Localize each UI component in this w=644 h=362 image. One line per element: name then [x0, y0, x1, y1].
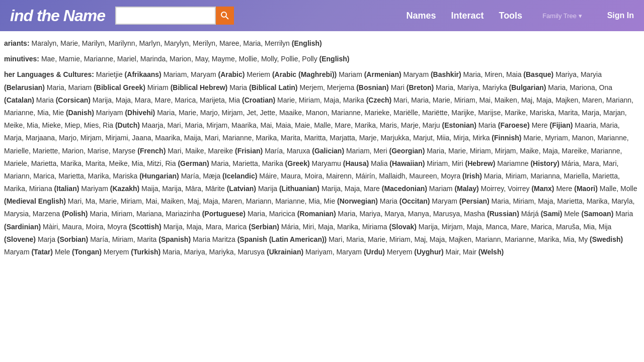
other-label: her Languages & Cultures: [4, 70, 94, 78]
lang-label: (Hawaiian) [389, 159, 425, 167]
lang-names: Moirrey, Voirrey [481, 185, 532, 193]
lang-label: (Malay) [454, 185, 478, 193]
lang-names: Maria, Mariya, Mariyka, Marusya [163, 248, 267, 256]
lang-label: (Macedonian) [382, 185, 427, 193]
lang-names: Maarja, Mari, Maria, Mirjam, Maarika, Ma… [142, 121, 442, 129]
lang-label: (Spanish (Latin American)) [237, 235, 327, 243]
lang-label: (Arabic) [218, 70, 245, 78]
lang-label: (Biblical Greek) [94, 83, 145, 92]
lang-names: Màiri, Maura, Moira, Moyra [43, 223, 129, 231]
search-input[interactable] [115, 7, 216, 25]
lang-label: (Danish) [66, 109, 94, 117]
diminutives-section: minutives: Mae, Mamie, Marianne, Mariel,… [4, 53, 640, 65]
lang-names: Marie, Miriam, Maja, Marika [277, 96, 366, 104]
lang-names: Maria [229, 83, 249, 92]
lang-names: Maria, Mariona, Ona [548, 83, 612, 92]
lang-label: (French) [137, 147, 166, 155]
lang-label: (Russian) [487, 210, 519, 218]
lang-label: (Finnish) [492, 134, 521, 142]
search-container [115, 7, 234, 25]
lang-names: María, Miriam, Marita [90, 235, 158, 243]
lang-names: Marija, Maja, Mara, Marica [164, 223, 249, 231]
lang-label: (Spanish) [158, 235, 191, 243]
lang-names: Meriem [247, 70, 272, 78]
lang-label: (Catalan) [4, 96, 34, 104]
lang-label: (Galician) [312, 147, 344, 155]
nav-names[interactable]: Names [406, 11, 436, 21]
lang-label: (Uyghur) [414, 248, 443, 256]
nav-interact[interactable]: Interact [451, 11, 484, 21]
lang-label: (Ukrainian) [267, 248, 303, 256]
lang-label: (Welsh) [478, 248, 504, 256]
lang-label: (Italian) [54, 185, 79, 193]
variants-lang: (English) [292, 39, 322, 47]
lang-label: (Bulgarian) [509, 83, 546, 92]
lang-label: (Tatar) [31, 248, 53, 256]
lang-label: (Occitan) [399, 197, 430, 205]
lang-names: Maryam [404, 70, 431, 78]
lang-names: Miriam, Miri [427, 159, 465, 167]
lang-label: (Hungarian) [139, 172, 179, 180]
search-button[interactable] [216, 7, 234, 25]
lang-names: Maria, Mariam [47, 83, 94, 92]
lang-label: (Tongan) [72, 248, 102, 256]
lang-names: Maryamu [312, 159, 343, 167]
lang-names: Mari [391, 83, 407, 92]
lang-names: Mariamne [497, 159, 530, 167]
lang-names: Malia [371, 159, 389, 167]
nav-tools[interactable]: Tools [499, 11, 522, 21]
lang-label: (Croatian) [242, 96, 275, 104]
lang-label: (Serbian) [249, 223, 279, 231]
lang-label: (Kazakh) [110, 185, 139, 193]
lang-names: Maria [36, 96, 56, 104]
lang-label: (German) [178, 159, 209, 167]
lang-names: Marija, Maja, Mare [321, 185, 382, 193]
lang-names: María, Maruxa [265, 147, 312, 155]
lang-label: (Afrikaans) [125, 70, 162, 78]
lang-label: (History) [530, 159, 559, 167]
lang-names: Maria, Miriam, Mariana, Mariazinha [90, 210, 202, 218]
lang-label: (Persian) [459, 197, 490, 205]
lang-names: Mere [556, 185, 574, 193]
lang-label: (Armenian) [364, 70, 401, 78]
main-nav: Names Interact Tools Family Tree ▾ Sign … [406, 11, 634, 21]
lang-names: María, Mæja [181, 172, 222, 180]
lang-label: (Slovene) [4, 235, 36, 243]
lang-label: (Polish) [62, 210, 88, 218]
lang-names: Marija, Maja, Mara, Mare, Marica, Marije… [93, 96, 242, 104]
lang-names: Meryem [104, 248, 131, 256]
svg-line-1 [226, 17, 228, 19]
lang-label: (Samoan) [582, 210, 614, 218]
lang-names: Maija, Marija, Māra, Mārite [141, 185, 227, 193]
lang-names: Mariyam, Maryam [305, 248, 364, 256]
lang-names: Mariya, Maryia [555, 70, 602, 78]
lang-names: Mariam [339, 70, 364, 78]
lang-label: (Medieval English) [4, 197, 66, 205]
lang-names: Maria, Maricica [248, 210, 297, 218]
lang-label: (Arabic (Maghrebi)) [272, 70, 337, 78]
lang-names: Mari, Maike, Mareike [168, 147, 235, 155]
lang-names: Merjem, Merjema [299, 83, 356, 92]
lang-label: (Manx) [531, 185, 554, 193]
lang-names: Mariam, Maryam [164, 70, 218, 78]
lang-label: (Urdu) [364, 248, 385, 256]
lang-names: Mária, Miri, Maja, Marika, Miriama [281, 223, 389, 231]
lang-label: (Sami) [541, 210, 562, 218]
family-tree-link[interactable]: Family Tree ▾ [542, 12, 582, 20]
main-content: ariants: Maralyn, Marie, Marilyn, Marily… [0, 31, 644, 267]
lang-names: Mariyam [96, 109, 125, 117]
lang-names: Marja [38, 235, 57, 243]
sign-in-link[interactable]: Sign In [607, 11, 634, 20]
lang-label: (Romanian) [297, 210, 336, 218]
other-languages-section: her Languages & Cultures: Marietjie (Afr… [4, 68, 640, 258]
lang-label: (Georgian) [389, 147, 425, 155]
lang-label: (Sardinian) [4, 223, 41, 231]
lang-names: Malle, Molle [600, 185, 637, 193]
lang-label: (Basque) [523, 70, 553, 78]
lang-names: Marietjie [96, 70, 125, 78]
lang-names: Mari, Ma, Marie, Miriam, Mai, Maiken, Ma… [68, 197, 337, 205]
lang-label: (Dutch) [115, 121, 140, 129]
lang-names: Maria, Marietta, Marika [211, 159, 285, 167]
lang-label: (Scottish) [129, 223, 162, 231]
lang-names: Mari, Maria, Marie, Miriam, Maj, Maja, M… [329, 235, 590, 243]
